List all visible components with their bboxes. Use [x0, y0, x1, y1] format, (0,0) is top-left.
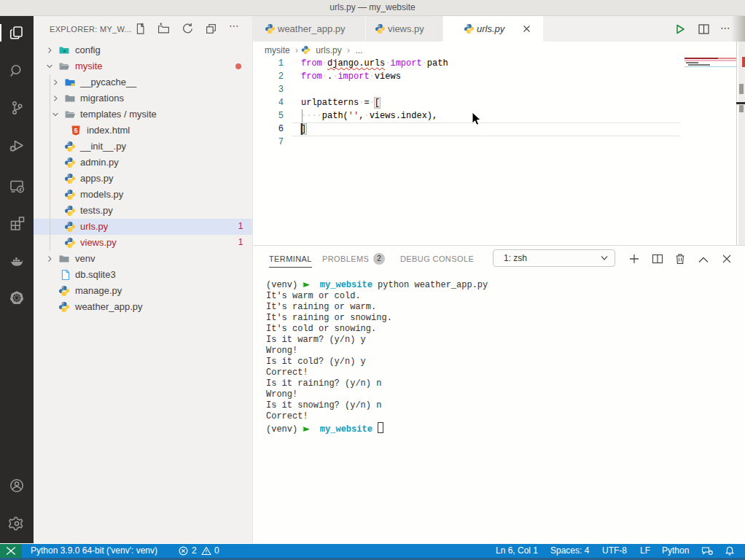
svg-text:5: 5 [74, 127, 78, 134]
